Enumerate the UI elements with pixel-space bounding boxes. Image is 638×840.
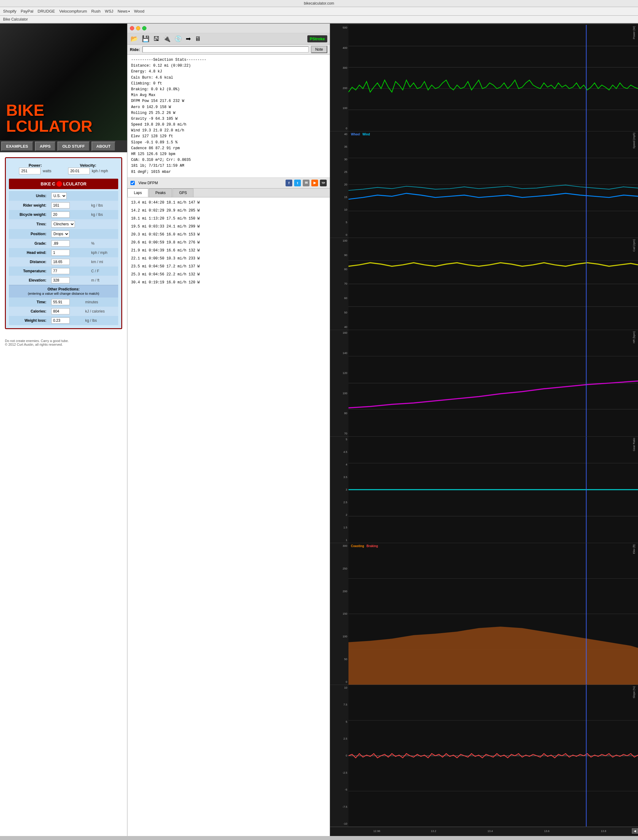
tires-label: Tires: xyxy=(9,219,49,229)
nav-news-dropdown[interactable]: News ▾ xyxy=(118,9,130,14)
open-folder-btn[interactable]: 📂 xyxy=(130,35,139,43)
eject-btn[interactable]: 💿 xyxy=(174,35,183,43)
list-item: 18.1 mi 1:13:20 17.5 mi/h 150 W xyxy=(128,215,330,223)
monitor-btn[interactable]: 🖥 xyxy=(194,35,201,43)
distance-input[interactable] xyxy=(51,259,70,265)
hr-chart-canvas: HR (bpm) xyxy=(349,330,638,436)
position-select[interactable]: Drops xyxy=(51,231,69,237)
bicycle-weight-label: Bicycle weight: xyxy=(9,210,49,219)
cadence-chart-row: 100 90 80 70 60 50 40 xyxy=(330,238,638,330)
nav-wood[interactable]: Wood xyxy=(134,9,145,14)
wind-legend: Wind xyxy=(362,133,370,136)
x-axis: 12.96 13.2 13.4 13.6 13.8 ◀ xyxy=(330,827,638,835)
bicycle-weight-input[interactable] xyxy=(51,212,70,218)
units-label: Units: xyxy=(9,191,49,201)
headwind-label: Head wind: xyxy=(9,248,49,257)
time-input[interactable] xyxy=(51,299,70,305)
dfpm-checkbox[interactable] xyxy=(131,181,135,185)
calories-label: Calories: xyxy=(9,307,49,316)
tp-icon[interactable]: TP xyxy=(320,180,327,186)
browser-url-bar: bikecalculator.com xyxy=(0,0,638,7)
old-stuff-btn[interactable]: OLD STUFF xyxy=(57,142,90,151)
rider-weight-label: Rider weight: xyxy=(9,201,49,210)
elevation-input[interactable] xyxy=(51,277,70,283)
list-item: 30.4 mi 0:19:19 16.0 mi/h 120 W xyxy=(128,278,330,286)
gear-ratio-chart-row: 5 4.5 4 3.5 3 2.5 2 1.5 1 xyxy=(330,437,638,543)
power-unit: watts xyxy=(43,169,51,173)
tab-peaks[interactable]: Peaks xyxy=(149,188,172,197)
velocity-input[interactable] xyxy=(68,167,90,174)
list-item: 25.3 mi 0:04:56 22.2 mi/h 132 W xyxy=(128,270,330,278)
list-item: 14.2 mi 0:02:29 20.9 mi/h 205 W xyxy=(128,207,330,215)
email-icon[interactable]: ✉ xyxy=(303,180,310,186)
cadence-chart-canvas: Cad (rpm) xyxy=(349,238,638,330)
examples-btn[interactable]: EXAMPLES xyxy=(1,142,33,151)
floppy-btn[interactable]: 🖫 xyxy=(153,35,160,43)
gear-ratio-chart-canvas: Gear Ratio xyxy=(349,437,638,543)
apps-btn[interactable]: APPS xyxy=(35,142,55,151)
note-button[interactable]: Note xyxy=(311,46,327,53)
list-item: 19.5 mi 0:03:33 24.1 mi/h 299 W xyxy=(128,223,330,231)
news-dropdown-arrow: ▾ xyxy=(128,10,130,13)
distance-label: Distance: xyxy=(9,257,49,267)
rss-icon[interactable]: ▶ xyxy=(311,180,318,186)
tabs-bar: Laps Peaks GPS xyxy=(128,188,330,197)
nav-drudge[interactable]: DRUDGE xyxy=(38,9,55,14)
right-panel: 500 400 300 200 100 0 xyxy=(330,24,638,836)
nav-velocompforum[interactable]: Velocompforum xyxy=(59,9,87,14)
weight-loss-input[interactable] xyxy=(51,317,70,324)
browser-tab-bar: Bike Calculator xyxy=(0,16,638,24)
power-chart-canvas: Power (W) xyxy=(349,25,638,131)
forward-btn[interactable]: ➡ xyxy=(185,35,191,43)
scroll-left-btn[interactable]: ◀ xyxy=(632,828,638,834)
rider-weight-input[interactable] xyxy=(51,202,70,208)
other-predictions-sub: (entering a value will change distance t… xyxy=(28,292,99,295)
usb-btn[interactable]: 🔌 xyxy=(163,35,171,43)
left-panel: BIKELCULATOR EXAMPLES APPS OLD STUFF ABO… xyxy=(0,24,128,836)
power-chart-row: 500 400 300 200 100 0 xyxy=(330,25,638,131)
pstroke-toolbar: 📂 💾 🖫 🔌 💿 ➡ 🖥 PStroke xyxy=(128,33,330,44)
bike-title: BIKELCULATOR xyxy=(6,102,92,134)
minimize-btn[interactable] xyxy=(136,26,140,30)
grade-label: Grade: xyxy=(9,239,49,248)
window-controls xyxy=(128,24,330,33)
power-label: Power: xyxy=(19,163,51,167)
power-input[interactable] xyxy=(19,167,41,174)
ride-note-bar: Ride: Note xyxy=(128,44,330,55)
svg-marker-20 xyxy=(349,627,638,685)
tab-laps[interactable]: Laps xyxy=(128,188,148,197)
nav-rush[interactable]: Rush xyxy=(91,9,100,14)
view-dfpm-bar: View DFPM f t ✉ ▶ TP xyxy=(128,178,330,188)
list-item: 20.6 mi 0:00:59 19.8 mi/h 276 W xyxy=(128,238,330,246)
maximize-btn[interactable] xyxy=(142,26,147,30)
list-item: 23.5 mi 0:04:50 17.2 mi/h 137 W xyxy=(128,262,330,270)
save-btn[interactable]: 💾 xyxy=(141,35,150,43)
facebook-icon[interactable]: f xyxy=(286,180,292,186)
nav-shopify[interactable]: Shopify xyxy=(3,9,16,14)
nav-wsj[interactable]: WSJ xyxy=(105,9,113,14)
speed-chart-canvas: Wheel Wind Speed (mph) xyxy=(349,131,638,238)
twitter-icon[interactable]: t xyxy=(294,180,301,186)
grade-input[interactable] xyxy=(51,240,70,246)
browser-tab-label[interactable]: Bike Calculator xyxy=(3,17,28,22)
about-btn[interactable]: ABOUT xyxy=(92,142,115,151)
tires-select[interactable]: Clinchers xyxy=(51,221,75,227)
footer-line2: © 2012 Curt Austin, all rights reserved. xyxy=(5,343,122,346)
temperature-input[interactable] xyxy=(51,268,70,274)
nav-paypal[interactable]: PayPal xyxy=(21,9,33,14)
browser-nav-bar: Shopify PayPal DRUDGE Velocompforum Rush… xyxy=(0,7,638,16)
ride-input[interactable] xyxy=(142,46,309,52)
slope-chart-row: 10 7.5 5 2.5 0 -2.5 -5 -7.5 -10 xyxy=(330,685,638,827)
velocity-label: Velocity: xyxy=(68,163,108,167)
footer-line1: Do not create enemies. Carry a good tube… xyxy=(5,339,122,343)
tab-gps[interactable]: GPS xyxy=(172,188,193,197)
nav-news-link[interactable]: News xyxy=(118,9,128,14)
headwind-input[interactable] xyxy=(51,249,70,256)
hr-chart-row: 160 140 120 100 80 70 HR xyxy=(330,330,638,437)
close-btn[interactable] xyxy=(130,26,134,30)
calories-input[interactable] xyxy=(51,308,70,314)
units-select[interactable]: U.S. xyxy=(51,193,66,199)
middle-panel: 📂 💾 🖫 🔌 💿 ➡ 🖥 PStroke Ride: Note -------… xyxy=(128,24,330,836)
slope-chart-canvas: Slope (%) xyxy=(349,685,638,826)
laps-list[interactable]: 13.4 mi 0:44:20 18.1 mi/h 147 W 14.2 mi … xyxy=(128,197,330,836)
